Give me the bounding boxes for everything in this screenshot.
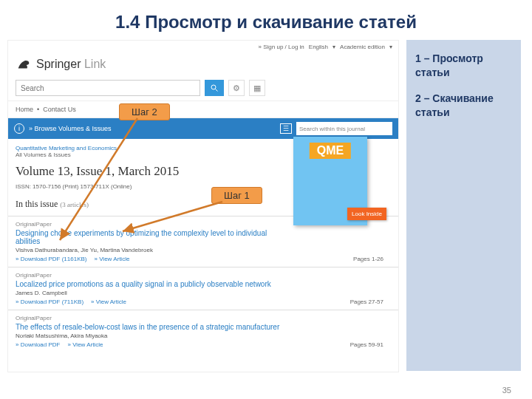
in-issue-label: In this issue	[16, 199, 58, 209]
article-authors: James D. Campbell	[16, 290, 391, 296]
journal-blue-bar: i » Browse Volumes & Issues ☰ Search wit…	[8, 118, 398, 139]
search-icon	[210, 83, 219, 92]
search-input[interactable]	[16, 80, 200, 96]
journal-search-input[interactable]: Search within this journal	[296, 122, 392, 135]
logo-brand: Springer	[36, 58, 81, 70]
article-authors: Noriaki Matsushima, Akira Miyaoka	[16, 332, 391, 339]
logo-suffix: Link	[81, 58, 106, 70]
download-pdf-link[interactable]: Download PDF	[16, 341, 60, 348]
view-article-link[interactable]: » View Article	[67, 341, 103, 348]
article-pages: Pages 59-91	[350, 341, 391, 348]
view-article-link[interactable]: » View Article	[95, 256, 130, 262]
cover-qme-badge: QME	[310, 143, 351, 159]
article-title-link[interactable]: Designing choice experiments by optimizi…	[16, 228, 282, 247]
article-item: OriginalPaper The effects of resale-belo…	[8, 310, 398, 352]
edition-select[interactable]: Academic edition	[340, 44, 385, 50]
callout-step-1: Шаг 1	[211, 187, 262, 204]
grid-icon: ▦	[253, 83, 261, 93]
article-title-link[interactable]: The effects of resale-below-cost laws in…	[16, 321, 282, 332]
signup-link[interactable]: » Sign up / Log in	[259, 44, 304, 50]
legend-item-1: 1 – Просмотр статьи	[415, 52, 512, 80]
article-title-link[interactable]: Localized price promotions as a quality …	[16, 279, 282, 290]
breadcrumb-home[interactable]: Home	[16, 106, 33, 113]
info-icon[interactable]: i	[14, 123, 24, 134]
settings-button[interactable]: ⚙	[228, 80, 245, 96]
browse-volumes-link[interactable]: » Browse Volumes & Issues	[29, 125, 112, 132]
slide-title: 1.4 Просмотр и скачивание статей	[0, 0, 532, 40]
look-inside-button[interactable]: Look Inside	[347, 208, 386, 220]
callout-step-2: Шаг 2	[119, 103, 170, 120]
breadcrumb: Home • Contact Us	[8, 100, 398, 118]
legend-panel: 1 – Просмотр статьи 2 – Скачивание стать…	[406, 40, 521, 371]
reader-icon[interactable]: ☰	[280, 123, 292, 134]
springer-logo-icon	[16, 56, 32, 72]
article-authors: Vishva Dathurabandara, Jie Yu, Martina V…	[16, 247, 391, 253]
legend-item-2: 2 – Скачивание статьи	[415, 92, 512, 120]
svg-line-1	[216, 89, 218, 92]
gear-icon: ⚙	[233, 83, 240, 93]
screenshot-region: » Sign up / Log in English▾ Academic edi…	[7, 40, 399, 372]
article-pages: Pages 27-57	[350, 299, 391, 305]
page-number: 35	[502, 386, 511, 395]
journal-cover: QME Look Inside	[293, 137, 382, 225]
article-type: OriginalPaper	[16, 272, 391, 279]
article-type: OriginalPaper	[16, 315, 391, 321]
search-button[interactable]	[205, 80, 224, 96]
lang-select[interactable]: English	[309, 44, 328, 50]
breadcrumb-contact[interactable]: Contact Us	[43, 106, 76, 113]
article-pages: Pages 1-26	[353, 256, 391, 262]
article-count: (3 articles)	[60, 201, 89, 208]
grid-button[interactable]: ▦	[249, 80, 265, 96]
logo-text: Springer Link	[36, 58, 106, 71]
svg-point-0	[211, 85, 216, 89]
download-pdf-link[interactable]: Download PDF (711KB)	[16, 299, 83, 305]
view-article-link[interactable]: » View Article	[91, 299, 126, 305]
download-pdf-link[interactable]: Download PDF (1161KB)	[16, 256, 87, 262]
article-item: OriginalPaper Localized price promotions…	[8, 267, 398, 310]
